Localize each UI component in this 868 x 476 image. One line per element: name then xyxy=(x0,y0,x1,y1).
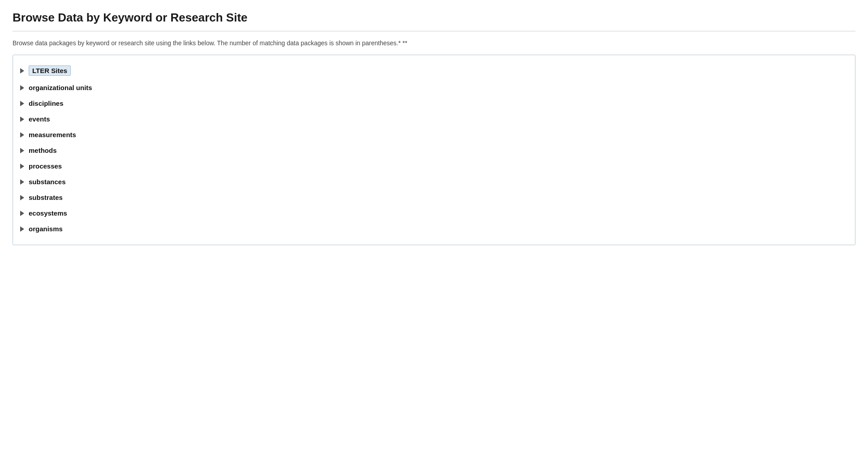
page-description: Browse data packages by keyword or resea… xyxy=(13,39,855,47)
page-title: Browse Data by Keyword or Research Site xyxy=(13,11,855,25)
tree-item-label: substances xyxy=(29,178,66,186)
tree-item-events[interactable]: events xyxy=(17,111,851,127)
tree-item-label: LTER Sites xyxy=(29,65,71,76)
tree-item-substrates[interactable]: substrates xyxy=(17,190,851,205)
tree-item-label: measurements xyxy=(29,131,76,138)
tree-item-substances[interactable]: substances xyxy=(17,174,851,190)
tree-item-label: ecosystems xyxy=(29,209,67,217)
tree-item-processes[interactable]: processes xyxy=(17,158,851,174)
chevron-icon xyxy=(20,164,24,169)
tree-item-lter-sites[interactable]: LTER Sites xyxy=(17,61,851,80)
chevron-icon xyxy=(20,85,24,91)
chevron-icon xyxy=(20,195,24,200)
tree-item-organisms[interactable]: organisms xyxy=(17,221,851,237)
tree-item-label: substrates xyxy=(29,194,63,201)
tree-item-label: disciplines xyxy=(29,100,64,107)
keyword-tree: LTER Sitesorganizational unitsdiscipline… xyxy=(13,55,855,245)
tree-item-label: organizational units xyxy=(29,84,92,91)
tree-item-label: methods xyxy=(29,147,57,154)
chevron-icon xyxy=(20,68,24,74)
tree-item-label: organisms xyxy=(29,225,63,233)
tree-item-measurements[interactable]: measurements xyxy=(17,127,851,143)
tree-item-label: events xyxy=(29,115,50,123)
chevron-icon xyxy=(20,226,24,232)
chevron-icon xyxy=(20,148,24,153)
chevron-icon xyxy=(20,117,24,122)
chevron-icon xyxy=(20,101,24,106)
chevron-icon xyxy=(20,211,24,216)
tree-item-methods[interactable]: methods xyxy=(17,143,851,158)
tree-item-label: processes xyxy=(29,162,62,170)
chevron-icon xyxy=(20,179,24,185)
tree-item-disciplines[interactable]: disciplines xyxy=(17,95,851,111)
title-divider xyxy=(13,31,855,31)
tree-item-ecosystems[interactable]: ecosystems xyxy=(17,205,851,221)
tree-item-organizational-units[interactable]: organizational units xyxy=(17,80,851,95)
chevron-icon xyxy=(20,132,24,138)
